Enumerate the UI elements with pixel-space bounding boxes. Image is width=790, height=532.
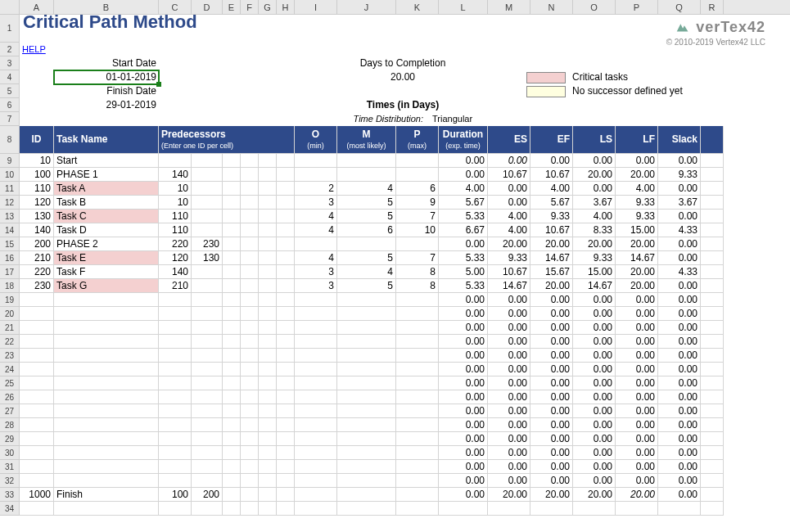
cell-o[interactable]: [295, 376, 337, 390]
col-header-E[interactable]: E: [223, 0, 241, 14]
cell-duration[interactable]: 0.00: [439, 154, 488, 168]
cell-id[interactable]: 140: [20, 223, 54, 237]
cell-duration[interactable]: 0.00: [439, 237, 488, 251]
cell-m[interactable]: 5: [337, 251, 396, 265]
cell-ls[interactable]: 0.00: [573, 363, 616, 376]
cell-slack[interactable]: 0.00: [658, 237, 701, 251]
cell-slack[interactable]: 9.33: [658, 168, 701, 182]
row-header-17[interactable]: 17: [0, 265, 20, 279]
cell-m[interactable]: [337, 390, 396, 404]
cell-duration[interactable]: 5.67: [439, 196, 488, 210]
cell-pred-2[interactable]: [192, 404, 223, 418]
row-header-29[interactable]: 29: [0, 432, 20, 446]
cell-task-name[interactable]: [54, 446, 159, 460]
cell-task-name[interactable]: Task E: [54, 251, 159, 265]
col-header-P[interactable]: P: [616, 0, 658, 14]
cell-duration[interactable]: 4.00: [439, 182, 488, 196]
row-header-34[interactable]: 34: [0, 502, 20, 516]
cell-m[interactable]: [337, 154, 396, 168]
cell-lf[interactable]: 20.00: [616, 279, 658, 293]
cell-id[interactable]: [20, 363, 54, 376]
cell-pred-1[interactable]: [159, 154, 192, 168]
cell-ef[interactable]: 20.00: [530, 279, 573, 293]
cell-m[interactable]: 4: [337, 265, 396, 279]
cell-ef[interactable]: 0.00: [530, 474, 573, 488]
cell-m[interactable]: [337, 307, 396, 321]
cell-slack[interactable]: 0.00: [658, 335, 701, 349]
cell-duration[interactable]: 0.00: [439, 446, 488, 460]
cell-pred-1[interactable]: 10: [159, 182, 192, 196]
cell-task-name[interactable]: [54, 418, 159, 432]
cell-m[interactable]: [337, 474, 396, 488]
cell-pred-1[interactable]: [159, 376, 192, 390]
cell-task-name[interactable]: Task D: [54, 223, 159, 237]
cell-pred-2[interactable]: [192, 307, 223, 321]
row-header-30[interactable]: 30: [0, 446, 20, 460]
cell-ls[interactable]: 0.00: [573, 307, 616, 321]
col-header-I[interactable]: I: [295, 0, 337, 14]
cell-ef[interactable]: 0.00: [530, 154, 573, 168]
cell-lf[interactable]: 0.00: [616, 404, 658, 418]
cell-m[interactable]: [337, 293, 396, 307]
cell-p[interactable]: [396, 474, 439, 488]
cell-es[interactable]: 10.67: [488, 265, 530, 279]
cell-m[interactable]: [337, 432, 396, 446]
cell-pred-2[interactable]: [192, 446, 223, 460]
cell-ef[interactable]: 0.00: [530, 307, 573, 321]
cell-o[interactable]: 4: [295, 210, 337, 223]
cell-es[interactable]: 0.00: [488, 196, 530, 210]
cell-p[interactable]: 10: [396, 223, 439, 237]
time-distribution-value[interactable]: Triangular: [426, 112, 475, 126]
cell-m[interactable]: [337, 349, 396, 363]
cell-es[interactable]: 0.00: [488, 460, 530, 474]
cell-lf[interactable]: 0.00: [616, 390, 658, 404]
cell-ls[interactable]: 20.00: [573, 237, 616, 251]
cell-ef[interactable]: 0.00: [530, 460, 573, 474]
col-header-K[interactable]: K: [396, 0, 439, 14]
help-link[interactable]: HELP: [22, 44, 46, 54]
cell-ls[interactable]: 20.00: [573, 488, 616, 502]
cell-p[interactable]: [396, 349, 439, 363]
cell-duration[interactable]: 0.00: [439, 349, 488, 363]
cell-pred-2[interactable]: [192, 390, 223, 404]
cell-duration[interactable]: 0.00: [439, 376, 488, 390]
cell-m[interactable]: [337, 363, 396, 376]
cell-slack[interactable]: 4.33: [658, 223, 701, 237]
cell-ls[interactable]: 8.33: [573, 223, 616, 237]
cell-task-name[interactable]: Task B: [54, 196, 159, 210]
cell-es[interactable]: 0.00: [488, 182, 530, 196]
cell-es[interactable]: 0.00: [488, 376, 530, 390]
cell-o[interactable]: 3: [295, 279, 337, 293]
cell-ef[interactable]: 9.33: [530, 210, 573, 223]
cell-es[interactable]: 0.00: [488, 335, 530, 349]
cell-id[interactable]: [20, 432, 54, 446]
cell-lf[interactable]: 0.00: [616, 321, 658, 335]
cell-lf[interactable]: 0.00: [616, 363, 658, 376]
cell-es[interactable]: 9.33: [488, 251, 530, 265]
cell-ef[interactable]: 0.00: [530, 363, 573, 376]
cell-id[interactable]: 10: [20, 154, 54, 168]
cell-pred-1[interactable]: [159, 404, 192, 418]
cell-ef[interactable]: 0.00: [530, 418, 573, 432]
cell-lf[interactable]: 0.00: [616, 154, 658, 168]
cell-m[interactable]: [337, 446, 396, 460]
cell-duration[interactable]: 5.33: [439, 210, 488, 223]
cell-slack[interactable]: 0.00: [658, 488, 701, 502]
cell-duration[interactable]: 0.00: [439, 488, 488, 502]
cell-ls[interactable]: 0.00: [573, 460, 616, 474]
start-date-cell[interactable]: 01-01-2019: [54, 70, 159, 84]
cell-pred-1[interactable]: 210: [159, 279, 192, 293]
cell-p[interactable]: [396, 446, 439, 460]
cell-slack[interactable]: 0.00: [658, 154, 701, 168]
cell-ls[interactable]: 0.00: [573, 474, 616, 488]
cell-pred-2[interactable]: [192, 321, 223, 335]
cell-ls[interactable]: 15.00: [573, 265, 616, 279]
cell-lf[interactable]: 0.00: [616, 349, 658, 363]
cell-lf[interactable]: 9.33: [616, 196, 658, 210]
row-header-23[interactable]: 23: [0, 349, 20, 363]
cell-duration[interactable]: 0.00: [439, 404, 488, 418]
cell-task-name[interactable]: [54, 376, 159, 390]
cell-task-name[interactable]: [54, 335, 159, 349]
cell-duration[interactable]: 0.00: [439, 460, 488, 474]
cell-id[interactable]: [20, 335, 54, 349]
